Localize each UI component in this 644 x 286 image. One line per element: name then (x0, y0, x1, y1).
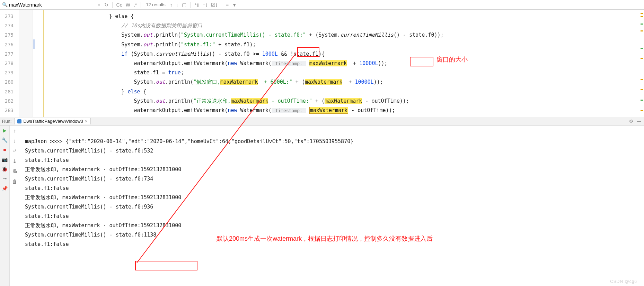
fold-column (33, 10, 90, 117)
select-occurrences-icon[interactable]: ☑⫿ (211, 2, 218, 8)
console-line: System.currentTimeMillis() - state.f0:11… (25, 232, 156, 238)
close-tab-icon[interactable]: × (85, 119, 88, 124)
down-icon[interactable]: ↓ (14, 138, 16, 144)
code-line: System.out.println("正常发送水印,maxWatermark … (90, 96, 644, 106)
clear-icon[interactable]: × (98, 2, 100, 7)
line-number: 273 (0, 12, 19, 21)
error-stripe[interactable] (640, 10, 644, 286)
up-icon[interactable]: ↑ (14, 128, 16, 133)
code-line: if (System.currentTimeMillis() - state.f… (90, 49, 644, 59)
find-bar: 🔍 × ↻ Cc W .* 12 results ↑ ↓ ▢ ⁺⫿ ⁻⫿ ☑⫿ … (0, 0, 644, 10)
match-case-icon[interactable]: Cc (116, 2, 122, 8)
exit-icon[interactable]: ⭲ (2, 176, 7, 182)
console-output[interactable]: mapJson >>>> {"stt":"2020-06-14","edt":"… (20, 126, 644, 286)
run-panel: ▶ 🔧 ■ 📷 🐞 ⭲ 📌 ↑ ↓ ⤶ ⤓ 🖶 🗑 mapJson >>>> {… (0, 126, 644, 286)
line-number: 282 (0, 96, 19, 106)
code-line: watermarkOutput.emitWatermark(new Waterm… (90, 106, 644, 115)
console-tool-column: ↑ ↓ ⤶ ⤓ 🖶 🗑 (10, 126, 20, 286)
code-area[interactable]: } else { // 10s内没有数据则关闭当前窗口 System.out.p… (90, 10, 644, 117)
settings-icon[interactable]: ⚙ (629, 119, 633, 124)
console-line: System.currentTimeMillis() - state.f0:73… (25, 176, 153, 182)
select-all-icon[interactable]: ▢ (182, 2, 186, 8)
line-number: 279 (0, 68, 19, 77)
console-line: state.f1:false (25, 157, 69, 163)
filter-icon[interactable]: ▼ (232, 2, 237, 8)
line-number: 278 (0, 59, 19, 68)
code-line: System.out.println("System.currentTimeMi… (90, 30, 644, 40)
line-number: 280 (0, 77, 19, 87)
code-line: state.f1 = true; (90, 68, 644, 77)
add-selection-icon[interactable]: ⁺⫿ (194, 2, 199, 8)
console-line: mapJson >>>> {"stt":"2020-06-14","edt":"… (25, 138, 353, 145)
regex-icon[interactable]: .* (134, 2, 137, 8)
code-editor[interactable]: 273274275276277278279280281282283 } else… (0, 10, 644, 117)
line-number: 274 (0, 21, 19, 30)
words-icon[interactable]: W (126, 2, 130, 8)
toggle-icon[interactable]: ≡ (226, 2, 229, 8)
line-number: 281 (0, 87, 19, 96)
console-line: 正常发送水印, maxWatermark - outOfTime:1592132… (25, 166, 181, 173)
search-icon: 🔍 (2, 2, 8, 7)
run-tab[interactable]: DwsTrafficPageViewWindow3× (14, 118, 90, 124)
scroll-end-icon[interactable]: ⤓ (12, 158, 17, 164)
camera-icon[interactable]: 📷 (2, 157, 8, 162)
code-line: } else { (90, 87, 644, 96)
console-line: state.f1:false (25, 213, 69, 219)
soft-wrap-icon[interactable]: ⤶ (12, 148, 17, 154)
debug-icon[interactable]: 🐞 (2, 166, 8, 172)
wrench-icon[interactable]: 🔧 (2, 137, 8, 143)
next-match-icon[interactable]: ↓ (176, 2, 178, 8)
find-input[interactable] (9, 2, 96, 8)
trash-icon[interactable]: 🗑 (12, 178, 17, 184)
find-results: 12 results (146, 2, 165, 7)
console-line: state.f1:false (25, 185, 69, 191)
console-line: state.f1:false (25, 241, 69, 247)
run-label: Run: (2, 119, 11, 124)
rerun-icon[interactable]: ▶ (3, 128, 7, 133)
stop-icon[interactable]: ■ (3, 147, 6, 153)
run-tab-icon (17, 119, 21, 123)
watermark-text: CSDN @cg6 (610, 279, 637, 284)
prev-match-icon[interactable]: ↑ (170, 2, 173, 8)
code-line: // 10s内没有数据则关闭当前窗口 (90, 21, 644, 30)
history-icon[interactable]: ↻ (104, 2, 108, 8)
line-number: 275 (0, 30, 19, 40)
code-line: watermarkOutput.emitWatermark(new Waterm… (90, 59, 644, 68)
line-gutter: 273274275276277278279280281282283 (0, 10, 19, 117)
run-toolbar: Run: DwsTrafficPageViewWindow3× ⚙ — (0, 117, 644, 126)
console-line: 正常发送水印, maxWatermark - outOfTime:1592132… (25, 222, 181, 229)
code-line: System.out.println("state.f1:" + state.f… (90, 40, 644, 49)
pin-icon[interactable]: 📌 (2, 186, 8, 191)
line-number: 277 (0, 49, 19, 59)
run-tool-column: ▶ 🔧 ■ 📷 🐞 ⭲ 📌 (0, 126, 10, 286)
line-number: 276 (0, 40, 19, 49)
console-line: System.currentTimeMillis() - state.f0:53… (25, 148, 153, 154)
code-line: } else { (90, 12, 644, 21)
remove-selection-icon[interactable]: ⁻⫿ (203, 2, 208, 8)
console-line: 正常发送水印, maxWatermark - outOfTime:1592132… (25, 194, 181, 201)
console-line: System.currentTimeMillis() - state.f0:93… (25, 204, 153, 210)
marker-column (19, 10, 33, 117)
line-number: 283 (0, 106, 19, 115)
print-icon[interactable]: 🖶 (12, 168, 17, 174)
run-tab-title: DwsTrafficPageViewWindow3 (23, 119, 83, 124)
code-line: System.out.println("触发窗口,maxWatermark + … (90, 77, 644, 87)
